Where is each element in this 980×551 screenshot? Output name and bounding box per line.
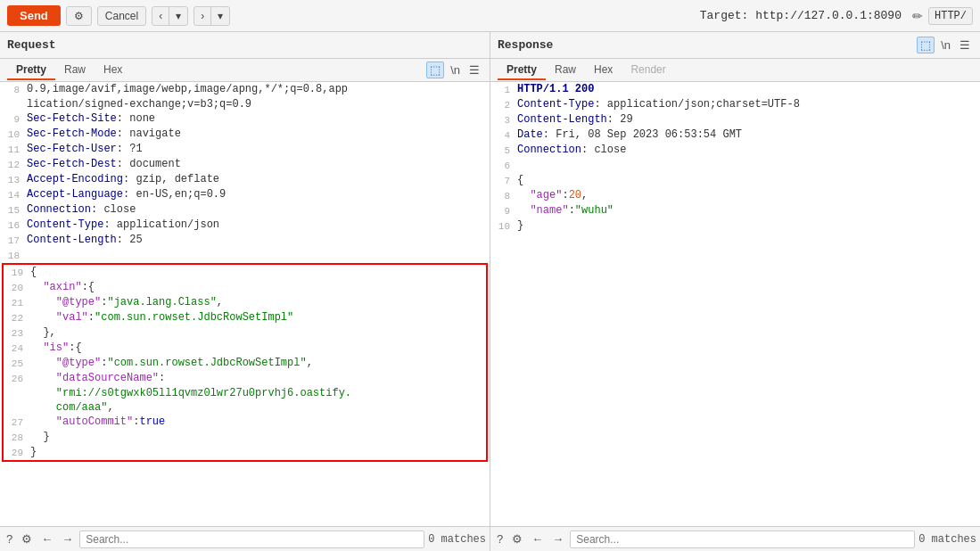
code-line: 5 Connection: close [490, 143, 980, 158]
nav-fwd-dropdown-button[interactable]: ▾ [211, 7, 229, 25]
response-header-icons: ⬚ \n ☰ [917, 37, 973, 53]
nav-fwd-button[interactable]: › [194, 7, 211, 25]
response-tab-render[interactable]: Render [622, 61, 674, 80]
request-title: Request [7, 38, 56, 52]
response-tab-raw[interactable]: Raw [546, 61, 585, 80]
request-nav-fwd-button[interactable]: → [59, 531, 76, 547]
request-tab-raw[interactable]: Raw [55, 61, 95, 80]
response-word-wrap-button[interactable]: ⬚ [917, 37, 935, 53]
code-line: 6 [490, 158, 980, 173]
request-menu-button[interactable]: ☰ [466, 62, 482, 78]
code-line: 10 Sec-Fetch-Mode: navigate [0, 127, 490, 142]
nav-back-dropdown-button[interactable]: ▾ [169, 7, 187, 25]
code-line: 12 Sec-Fetch-Dest: document [0, 157, 490, 172]
edit-target-button[interactable]: ✏ [912, 9, 923, 23]
http-badge: HTTP/ [928, 7, 973, 25]
code-line: 27 "autoCommit":true [4, 415, 486, 430]
code-line: 26 "dataSourceName": [4, 371, 486, 386]
response-search-input[interactable] [570, 530, 915, 548]
response-bottom-left: ? ⚙ ← → 0 matches [490, 530, 980, 548]
response-panel: Response ⬚ \n ☰ Pretty Raw Hex Render 1 … [490, 32, 980, 551]
request-bottom-bar: ? ⚙ ← → 0 matches [0, 526, 490, 551]
code-line: 8 0.9,image/avif,image/webp,image/apng,*… [0, 82, 490, 97]
response-panel-header: Response ⬚ \n ☰ [490, 32, 980, 59]
response-nav-fwd-button[interactable]: → [549, 531, 566, 547]
code-line: 4 Date: Fri, 08 Sep 2023 06:53:54 GMT [490, 127, 980, 143]
code-line: 3 Content-Length: 29 [490, 112, 980, 127]
main-toolbar: Send ⚙ Cancel ‹ ▾ › ▾ Target: http://127… [0, 0, 980, 32]
code-line: 22 "val":"com.sun.rowset.JdbcRowSetImpl" [4, 310, 486, 325]
code-line: 28 } [4, 430, 486, 445]
response-tab-hex[interactable]: Hex [585, 61, 622, 80]
code-line: 19 { [4, 265, 486, 280]
code-line: 23 }, [4, 325, 486, 341]
code-line: 1 HTTP/1.1 200 [490, 82, 980, 97]
request-tab-icons: ⬚ \n ☰ [426, 62, 482, 78]
request-panel-header: Request [0, 32, 490, 59]
code-line: 14 Accept-Language: en-US,en;q=0.9 [0, 187, 490, 202]
code-line: com/aaa", [4, 400, 486, 415]
request-tab-bar: Pretty Raw Hex ⬚ \n ☰ [0, 59, 490, 82]
code-line: 7 { [490, 173, 980, 188]
code-line: 9 Sec-Fetch-Site: none [0, 111, 490, 127]
code-line: 13 Accept-Encoding: gzip, deflate [0, 172, 490, 187]
nav-back-button[interactable]: ‹ [152, 7, 169, 25]
code-line: 9 "name":"wuhu" [490, 203, 980, 218]
request-settings-button[interactable]: ⚙ [19, 531, 35, 547]
send-button[interactable]: Send [7, 5, 61, 26]
code-line: 20 "axin":{ [4, 280, 486, 295]
code-line: 8 "age":20, [490, 188, 980, 203]
code-line: 10 } [490, 218, 980, 234]
cancel-button[interactable]: Cancel [97, 6, 146, 26]
request-ln-button[interactable]: \n [448, 62, 463, 78]
response-ln-button[interactable]: \n [938, 37, 953, 53]
request-code-area[interactable]: 8 0.9,image/avif,image/webp,image/apng,*… [0, 82, 490, 526]
code-line: 15 Connection: close [0, 202, 490, 218]
response-bottom-bar: ? ⚙ ← → 0 matches [490, 526, 980, 551]
response-tab-pretty[interactable]: Pretty [498, 61, 546, 80]
response-tab-bar: Pretty Raw Hex Render [490, 59, 980, 82]
response-nav-back-button[interactable]: ← [529, 531, 546, 547]
request-help-button[interactable]: ? [4, 531, 15, 547]
response-matches-text: 0 matches [918, 533, 976, 546]
request-word-wrap-button[interactable]: ⬚ [426, 62, 444, 78]
request-nav-back-button[interactable]: ← [38, 531, 55, 547]
request-panel: Request Pretty Raw Hex ⬚ \n ☰ 8 0.9,imag… [0, 32, 490, 551]
response-menu-button[interactable]: ☰ [957, 37, 973, 53]
gear-button[interactable]: ⚙ [66, 6, 92, 26]
code-line: 24 "is":{ [4, 341, 486, 356]
code-line: 2 Content-Type: application/json;charset… [490, 97, 980, 112]
code-line: 16 Content-Type: application/json [0, 218, 490, 233]
code-line: lication/signed-exchange;v=b3;q=0.9 [0, 97, 490, 111]
code-line: 11 Sec-Fetch-User: ?1 [0, 142, 490, 157]
request-highlight-box: 19 { 20 "axin":{ 21 "@type":"java.lang.C… [2, 263, 488, 462]
nav-group: ‹ ▾ [152, 6, 188, 26]
target-label: Target: http://127.0.0.1:8090 [700, 9, 902, 22]
code-line: 25 "@type":"com.sun.rowset.JdbcRowSetImp… [4, 356, 486, 371]
request-bottom-left: ? ⚙ ← → 0 matches [0, 530, 490, 548]
response-help-button[interactable]: ? [494, 531, 506, 547]
request-matches-text: 0 matches [428, 533, 486, 546]
response-settings-button[interactable]: ⚙ [509, 531, 525, 547]
nav-fwd-group: › ▾ [194, 6, 230, 26]
panels-container: Request Pretty Raw Hex ⬚ \n ☰ 8 0.9,imag… [0, 32, 980, 551]
response-title: Response [498, 38, 553, 52]
code-line: 29 } [4, 445, 486, 460]
request-tab-hex[interactable]: Hex [95, 61, 131, 80]
response-code-area[interactable]: 1 HTTP/1.1 200 2 Content-Type: applicati… [490, 82, 980, 526]
code-line: 18 [0, 248, 490, 263]
request-tab-pretty[interactable]: Pretty [7, 61, 55, 80]
code-line: 17 Content-Length: 25 [0, 233, 490, 248]
code-line: "rmi://s0tgwxk05ll1qvmz0lwr27u0prvhj6.oa… [4, 386, 486, 400]
request-search-input[interactable] [79, 530, 424, 548]
code-line: 21 "@type":"java.lang.Class", [4, 295, 486, 310]
